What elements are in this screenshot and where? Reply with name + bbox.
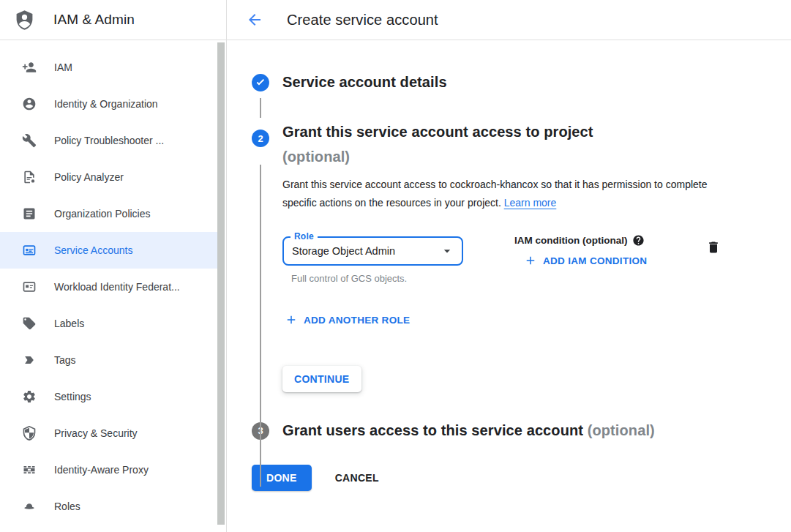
- sidebar-item-iam[interactable]: IAM: [0, 49, 217, 86]
- sidebar-item-label: Identity-Aware Proxy: [54, 464, 149, 476]
- delete-role-button[interactable]: [706, 240, 721, 257]
- sidebar-item-label: Tags: [54, 354, 76, 366]
- sidebar-item-label: Service Accounts: [54, 244, 132, 256]
- step3-title: Grant users access to this service accou…: [282, 421, 655, 441]
- wrench-icon: [22, 133, 37, 148]
- service-accounts-icon: [22, 243, 37, 258]
- step2-row: 2 Grant this service account access to p…: [251, 123, 791, 169]
- sidebar-item-label: Policy Analyzer: [54, 171, 124, 183]
- role-helper-text: Full control of GCS objects.: [291, 273, 463, 284]
- sidebar-item-workload-identity-federat[interactable]: Workload Identity Federat...: [0, 269, 217, 305]
- label-icon: [22, 316, 37, 331]
- iap-icon: [22, 462, 37, 477]
- sidebar-item-labels[interactable]: Labels: [0, 305, 217, 342]
- sidebar-item-label: Privacy & Security: [54, 427, 138, 439]
- role-field-value: Storage Object Admin: [292, 245, 440, 257]
- step1-complete-icon: [251, 73, 270, 92]
- add-another-role-button[interactable]: ADD ANOTHER ROLE: [285, 313, 410, 326]
- step3-optional-label: (optional): [588, 422, 655, 438]
- main-header: Create service account: [227, 0, 791, 40]
- sidebar-header: IAM & Admin: [0, 0, 226, 40]
- back-button[interactable]: [246, 11, 263, 29]
- gear-icon: [22, 389, 37, 404]
- sidebar-item-label: Labels: [54, 318, 84, 329]
- step2-body: Grant this service account access to coc…: [282, 169, 791, 392]
- plus-icon: [524, 254, 537, 267]
- trash-icon: [706, 240, 721, 255]
- learn-more-link[interactable]: Learn more: [504, 197, 557, 209]
- step-connector: [260, 98, 261, 118]
- sidebar-item-label: Organization Policies: [54, 208, 151, 220]
- sidebar-item-identity-aware-proxy[interactable]: Identity-Aware Proxy: [0, 452, 217, 488]
- sidebar-item-privacy-security[interactable]: Privacy & Security: [0, 415, 217, 452]
- product-title: IAM & Admin: [53, 12, 135, 28]
- sidebar-item-label: Settings: [54, 391, 91, 402]
- account-circle-icon: [22, 97, 37, 111]
- sidebar-scrollbar[interactable]: [217, 42, 225, 525]
- iam-admin-console: IAM & Admin IAMIdentity & OrganizationPo…: [0, 0, 791, 532]
- roles-hat-icon: [22, 499, 37, 514]
- step3-row: 3 Grant users access to this service acc…: [251, 421, 791, 441]
- sidebar-item-label: Policy Troubleshooter ...: [54, 135, 164, 146]
- help-icon[interactable]: [632, 234, 645, 247]
- sidebar-item-service-accounts[interactable]: Service Accounts: [0, 232, 217, 269]
- sidebar-item-label: Workload Identity Federat...: [54, 281, 180, 293]
- workload-identity-icon: [22, 280, 37, 294]
- role-field-label: Role: [290, 231, 318, 241]
- role-row: Role Storage Object Admin Full control o…: [282, 236, 791, 284]
- sidebar-item-policy-troubleshooter[interactable]: Policy Troubleshooter ...: [0, 122, 217, 159]
- sidebar-item-policy-analyzer[interactable]: Policy Analyzer: [0, 159, 217, 195]
- step1-title: Service account details: [282, 72, 447, 92]
- sidebar-item-label: Identity & Organization: [54, 98, 158, 110]
- wizard-content: Service account details 2 Grant this ser…: [227, 40, 791, 491]
- org-policies-icon: [22, 206, 37, 221]
- sidebar: IAM & Admin IAMIdentity & OrganizationPo…: [0, 0, 227, 532]
- person-add-icon: [22, 60, 37, 75]
- shield-icon: [22, 426, 37, 441]
- step2-title: Grant this service account access to pro…: [282, 119, 663, 169]
- continue-button[interactable]: CONTINUE: [282, 366, 361, 392]
- policy-analyzer-icon: [22, 170, 37, 184]
- main-panel: Create service account Service account d…: [227, 0, 791, 532]
- plus-icon: [285, 313, 298, 326]
- cancel-button[interactable]: CANCEL: [335, 472, 379, 484]
- role-select[interactable]: Role Storage Object Admin: [282, 236, 463, 266]
- sidebar-item-identity-organization[interactable]: Identity & Organization: [0, 86, 217, 122]
- add-iam-condition-button[interactable]: ADD IAM CONDITION: [524, 254, 647, 267]
- sidebar-item-tags[interactable]: Tags: [0, 342, 217, 378]
- sidebar-item-settings[interactable]: Settings: [0, 378, 217, 415]
- iam-condition-label: IAM condition (optional): [514, 234, 670, 247]
- step2-optional-label: (optional): [282, 149, 350, 165]
- sidebar-nav: IAMIdentity & OrganizationPolicy Trouble…: [0, 40, 226, 525]
- step2-description: Grant this service account access to coc…: [282, 176, 716, 212]
- sidebar-item-label: IAM: [54, 61, 72, 73]
- wizard-actions: DONE CANCEL: [252, 465, 791, 491]
- sidebar-item-label: Roles: [54, 501, 80, 512]
- iam-shield-icon: [14, 10, 35, 31]
- back-arrow-icon: [246, 11, 263, 29]
- step1-row: Service account details: [251, 72, 791, 92]
- step2-number-badge: 2: [252, 130, 269, 147]
- sidebar-item-organization-policies[interactable]: Organization Policies: [0, 195, 217, 232]
- sidebar-item-roles[interactable]: Roles: [0, 488, 217, 525]
- chevron-down-icon: [440, 244, 454, 258]
- tag-icon: [22, 353, 37, 367]
- page-title: Create service account: [287, 12, 438, 29]
